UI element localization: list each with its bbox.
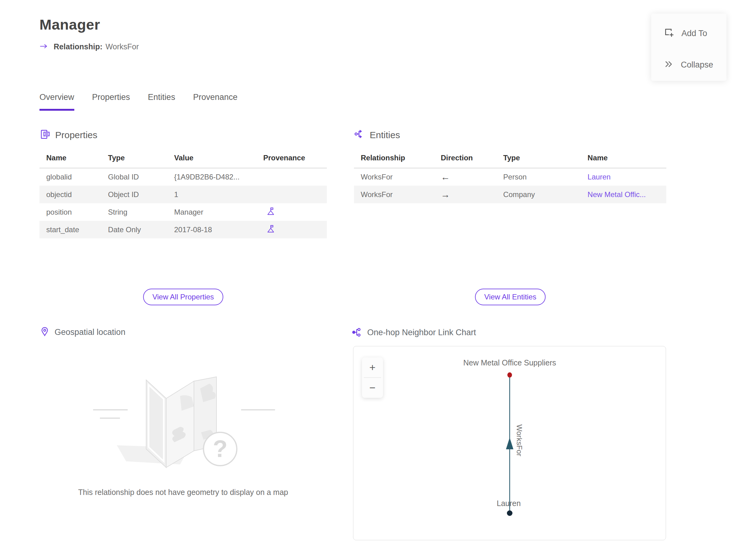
one-hop-icon: [352, 326, 363, 339]
map-placeholder-illustration: ?: [88, 353, 279, 476]
svg-text:?: ?: [213, 435, 227, 462]
geospatial-section-title: Geospatial location: [55, 328, 125, 337]
prop-type: Date Only: [105, 221, 171, 239]
zoom-out-button[interactable]: −: [362, 378, 383, 398]
prop-name: globalid: [39, 168, 105, 186]
entity-type: Company: [501, 186, 585, 203]
col-header-name: Name: [39, 150, 105, 168]
person-node[interactable]: [507, 510, 513, 516]
collapse-button[interactable]: Collapse: [663, 56, 726, 74]
zoom-in-button[interactable]: +: [362, 357, 383, 377]
zoom-control: + −: [362, 357, 383, 398]
relationship-arrow-icon: [39, 42, 49, 51]
prop-provenance: [261, 203, 327, 221]
entity-relationship: WorksFor: [354, 186, 439, 203]
tab-properties[interactable]: Properties: [92, 93, 130, 111]
relationship-value: WorksFor: [105, 42, 139, 51]
prop-value: 2017-08-18: [172, 221, 261, 239]
prop-name: position: [39, 203, 105, 221]
link-chart-canvas[interactable]: New Metal Office Suppliers WorksFor Laur…: [353, 346, 666, 540]
properties-section: Properties Name Type Value Provenance gl…: [39, 129, 327, 239]
view-all-entities-button[interactable]: View All Entities: [475, 289, 546, 305]
entity-name-link[interactable]: New Metal Offic...: [588, 190, 646, 199]
col-header-relationship: Relationship: [354, 150, 439, 168]
table-row: objectid Object ID 1: [39, 186, 327, 203]
add-to-icon: [663, 27, 675, 39]
table-row: globalid Global ID {1A9DB2B6-D482...: [39, 168, 327, 186]
prop-provenance: [261, 186, 327, 203]
prop-provenance: [261, 221, 327, 239]
entities-section-header: Entities: [354, 129, 666, 141]
prop-name: objectid: [39, 186, 105, 203]
tab-overview[interactable]: Overview: [39, 93, 74, 111]
properties-table: Name Type Value Provenance globalid Glob…: [39, 150, 327, 239]
prop-type: String: [105, 203, 171, 221]
properties-table-header-row: Name Type Value Provenance: [39, 150, 327, 168]
entity-name-link[interactable]: Lauren: [588, 173, 611, 181]
collapse-label: Collapse: [681, 60, 713, 70]
entities-table: Relationship Direction Type Name WorksFo…: [354, 150, 666, 203]
entities-section: Entities Relationship Direction Type Nam…: [354, 129, 666, 203]
col-header-provenance: Provenance: [261, 150, 327, 168]
view-all-properties-button[interactable]: View All Properties: [143, 289, 223, 305]
entities-table-header-row: Relationship Direction Type Name: [354, 150, 666, 168]
geospatial-section-header: Geospatial location: [39, 326, 327, 338]
entity-relationship: WorksFor: [354, 168, 439, 186]
link-chart-card: New Metal Office Suppliers WorksFor Laur…: [353, 346, 666, 540]
top-node-label: New Metal Office Suppliers: [463, 358, 556, 367]
geospatial-section: Geospatial location ? This relationship …: [39, 326, 327, 497]
document-list-icon: [39, 129, 51, 141]
col-header-name: Name: [585, 150, 666, 168]
add-to-label: Add To: [681, 29, 707, 38]
table-row: position String Manager: [39, 203, 327, 221]
properties-section-title: Properties: [55, 130, 97, 140]
col-header-type: Type: [501, 150, 585, 168]
prop-value: {1A9DB2B6-D482...: [172, 168, 261, 186]
breadcrumb: Relationship: WorksFor: [39, 42, 139, 51]
double-chevron-right-icon: [663, 59, 674, 71]
tab-entities[interactable]: Entities: [148, 93, 175, 111]
map-pin-icon: [39, 326, 50, 338]
no-geometry-message: This relationship does not have geometry…: [39, 488, 327, 497]
properties-section-header: Properties: [39, 129, 327, 141]
edge-label: WorksFor: [515, 424, 524, 456]
col-header-value: Value: [172, 150, 261, 168]
provenance-flag-icon[interactable]: [266, 207, 275, 218]
actions-card: Add To Collapse: [651, 14, 726, 81]
prop-value: Manager: [172, 203, 261, 221]
prop-provenance: [261, 168, 327, 186]
tab-bar: Overview Properties Entities Provenance: [39, 93, 238, 111]
table-row: WorksFor → Company New Metal Offic...: [354, 186, 666, 203]
prop-value: 1: [172, 186, 261, 203]
page-title: Manager: [39, 16, 139, 33]
share-out-icon: [354, 129, 365, 141]
tab-provenance[interactable]: Provenance: [193, 93, 238, 111]
link-chart-section-header: One-hop Neighbor Link Chart: [352, 326, 476, 339]
table-row: start_date Date Only 2017-08-18: [39, 221, 327, 239]
entity-detail-page: Manager Relationship: WorksFor Add To Co…: [0, 0, 740, 560]
page-header: Manager Relationship: WorksFor: [39, 16, 139, 51]
bottom-node-label: Lauren: [497, 499, 521, 507]
company-node[interactable]: [507, 373, 512, 378]
direction-left-arrow: ←: [441, 172, 450, 182]
provenance-flag-icon[interactable]: [266, 224, 275, 235]
add-to-button[interactable]: Add To: [663, 24, 726, 42]
prop-type: Object ID: [105, 186, 171, 203]
col-header-direction: Direction: [439, 150, 501, 168]
entity-type: Person: [501, 168, 585, 186]
direction-right-arrow: →: [441, 189, 450, 199]
col-header-type: Type: [105, 150, 171, 168]
prop-type: Global ID: [105, 168, 171, 186]
prop-name: start_date: [39, 221, 105, 239]
table-row: WorksFor ← Person Lauren: [354, 168, 666, 186]
relationship-label: Relationship:: [54, 42, 102, 51]
link-chart-section-title: One-hop Neighbor Link Chart: [367, 328, 476, 337]
entities-section-title: Entities: [370, 130, 400, 140]
